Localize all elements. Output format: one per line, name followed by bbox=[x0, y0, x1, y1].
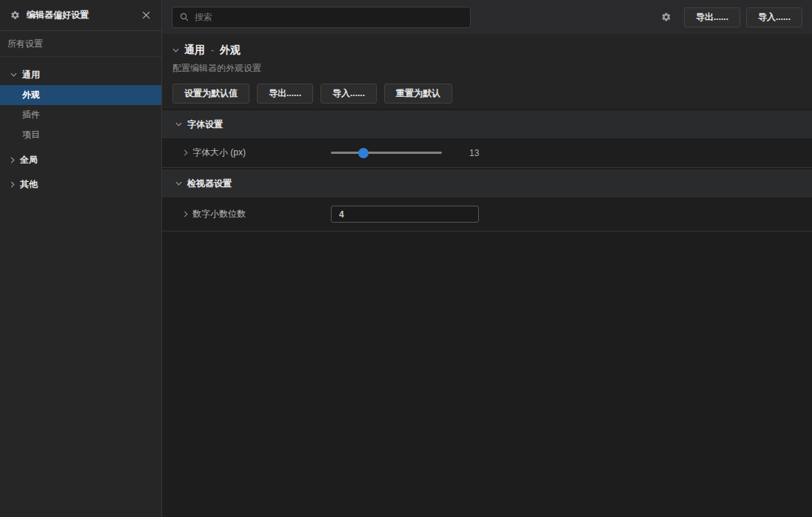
breadcrumb-group: 通用 bbox=[184, 44, 205, 57]
section-title: 检视器设置 bbox=[187, 178, 232, 190]
preferences-window: 编辑器偏好设置 所有设置 通用 外观 插件 项目 全局 bbox=[0, 0, 812, 517]
font-size-slider[interactable] bbox=[331, 148, 442, 158]
search-icon bbox=[180, 13, 189, 21]
action-buttons: 设置为默认值 导出...... 导入...... 重置为默认 bbox=[172, 84, 802, 104]
sidebar-item-all-settings[interactable]: 所有设置 bbox=[0, 31, 161, 57]
sidebar-group-label: 通用 bbox=[22, 69, 40, 81]
decimal-places-input[interactable] bbox=[331, 206, 479, 223]
setting-label: 字体大小 (px) bbox=[192, 146, 331, 159]
slider-track[interactable] bbox=[331, 152, 442, 154]
sidebar-group-global[interactable]: 全局 bbox=[0, 151, 161, 169]
slider-thumb[interactable] bbox=[358, 148, 369, 158]
chevron-down-icon bbox=[175, 122, 182, 126]
sidebar-item-project[interactable]: 项目 bbox=[0, 125, 161, 145]
section-header-font[interactable]: 字体设置 bbox=[162, 110, 812, 138]
setting-row-decimal-places: 数字小数位数 bbox=[162, 197, 812, 232]
page-subtitle: 配置编辑器的外观设置 bbox=[172, 62, 802, 75]
sidebar-group-label: 全局 bbox=[20, 154, 38, 166]
chevron-right-icon[interactable] bbox=[184, 211, 188, 217]
settings-gear-icon[interactable] bbox=[661, 12, 671, 22]
sidebar-item-appearance[interactable]: 外观 bbox=[0, 85, 161, 105]
gear-icon bbox=[10, 10, 20, 20]
sidebar-group-general[interactable]: 通用 bbox=[0, 66, 161, 84]
sidebar-nav: 通用 外观 插件 项目 全局 其他 bbox=[0, 57, 161, 193]
section-title: 字体设置 bbox=[187, 118, 223, 131]
reset-default-button[interactable]: 重置为默认 bbox=[384, 84, 452, 104]
set-default-button[interactable]: 设置为默认值 bbox=[172, 84, 249, 104]
sidebar-group-label: 其他 bbox=[20, 178, 38, 191]
main-panel: 导出...... 导入...... 通用 - 外观 配置编辑器的外观设置 设置为… bbox=[162, 0, 812, 517]
sidebar: 编辑器偏好设置 所有设置 通用 外观 插件 项目 全局 bbox=[0, 0, 162, 517]
chevron-right-icon bbox=[10, 157, 15, 163]
setting-label: 数字小数位数 bbox=[192, 208, 331, 220]
chevron-down-icon[interactable] bbox=[172, 48, 179, 53]
search-box bbox=[172, 7, 471, 28]
breadcrumb: 通用 - 外观 bbox=[172, 44, 802, 57]
breadcrumb-separator: - bbox=[211, 45, 214, 55]
import-button[interactable]: 导入...... bbox=[746, 7, 802, 27]
setting-row-font-size: 字体大小 (px) 13 bbox=[162, 138, 812, 168]
empty-content-area bbox=[162, 232, 812, 517]
page-title: 外观 bbox=[220, 44, 241, 57]
sidebar-group-other[interactable]: 其他 bbox=[0, 175, 161, 193]
sidebar-item-plugins[interactable]: 插件 bbox=[0, 105, 161, 125]
chevron-down-icon bbox=[175, 181, 182, 186]
search-input[interactable] bbox=[195, 12, 463, 22]
export-settings-button[interactable]: 导出...... bbox=[257, 84, 313, 104]
export-button[interactable]: 导出...... bbox=[684, 7, 740, 27]
chevron-down-icon bbox=[10, 72, 17, 77]
chevron-right-icon bbox=[10, 181, 15, 188]
close-icon[interactable] bbox=[139, 9, 152, 22]
import-settings-button[interactable]: 导入...... bbox=[321, 84, 377, 104]
slider-value: 13 bbox=[469, 148, 479, 158]
section-header-inspector[interactable]: 检视器设置 bbox=[162, 169, 812, 197]
topbar: 导出...... 导入...... bbox=[162, 0, 812, 34]
chevron-right-icon[interactable] bbox=[184, 149, 188, 156]
window-title: 编辑器偏好设置 bbox=[27, 9, 89, 21]
page-heading-area: 通用 - 外观 配置编辑器的外观设置 设置为默认值 导出...... 导入...… bbox=[162, 34, 812, 109]
sidebar-header: 编辑器偏好设置 bbox=[0, 0, 161, 31]
